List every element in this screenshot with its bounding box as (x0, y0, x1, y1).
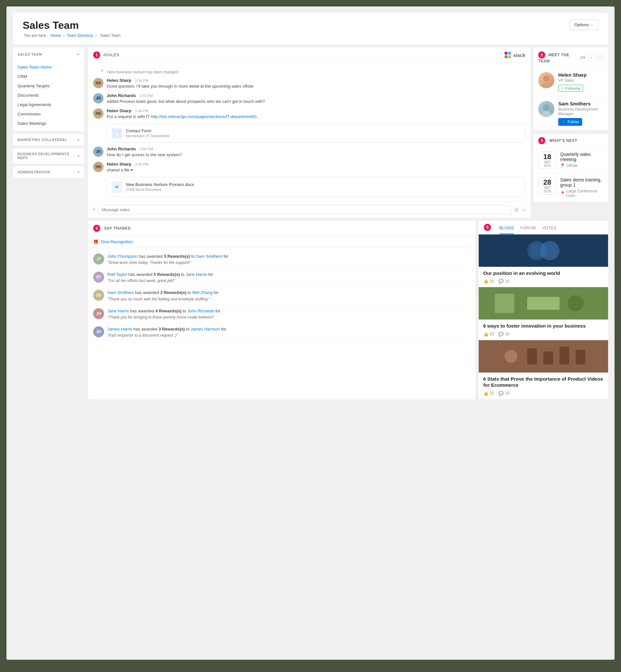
message-input[interactable] (98, 205, 511, 214)
blog-post-1: Our position in an evolving world 👍 32 💬… (479, 235, 608, 288)
quote-icon: ❝ (101, 69, 104, 74)
recog-from-3[interactable]: Sam Smithers (108, 290, 134, 295)
recognition-item-3: SS Sam Smithers has awarded 3 Rewards(s)… (93, 287, 470, 305)
blog-likes-2: 👍 32 (483, 332, 494, 337)
recog-rewards-5: 3 Rewards(s) (159, 327, 185, 332)
recog-to-4[interactable]: John Richards (187, 308, 214, 313)
event-name-2: Sales demo training, group 1 (560, 177, 604, 187)
event-day-1: 18 (540, 153, 554, 160)
meet-prev-button[interactable]: ‹ (587, 54, 594, 61)
thumbs-up-icon-2: 👍 (483, 332, 488, 337)
msg-time-5: 2:05 PM (135, 162, 148, 166)
msg-time-4: 2:04 PM (140, 147, 153, 151)
slack-logo: slack (505, 52, 525, 58)
recog-from-4[interactable]: Jane Harris (108, 308, 129, 313)
contact-form-card[interactable]: 📄 Contact Form Ink Intranet | IT Departm… (107, 124, 525, 142)
whats-next-widget: 3 WHAT'S NEXT 18 SEP 2018 Quarterly sale… (534, 134, 608, 202)
location-icon-2: 📍 (560, 191, 565, 196)
avatar-ralf: RT (93, 271, 104, 283)
recog-to-1[interactable]: Sam Smithers (196, 254, 222, 259)
main-layout: SALES TEAM − Sales Team Home CRM Quarter… (13, 47, 608, 400)
svg-point-3 (543, 104, 549, 111)
svg-rect-11 (527, 297, 560, 310)
bottom-row: 4 SAY THANKS 🎁 Give Recognition JT (88, 221, 608, 400)
recog-from-5[interactable]: James Harris (108, 327, 132, 332)
say-thanks-widget-number: 4 (93, 225, 100, 232)
breadcrumb-team-directory[interactable]: Team Directory (67, 33, 93, 38)
options-button[interactable]: Options ··· (570, 19, 598, 30)
sidebar-item-commission[interactable]: Commission (13, 109, 84, 119)
event-name-1: Quarterly sales meeting (560, 152, 604, 162)
sidebar-item-legal-agreements[interactable]: Legal Agreements (13, 100, 84, 109)
msg-time-1: 1:54 PM (135, 79, 148, 82)
member-name-helen: Helen Sharp (558, 72, 587, 78)
avatar-jane: JH (93, 308, 104, 319)
message-input-area: + @ ☺ (88, 202, 530, 218)
comment-icon-3: 💬 (498, 391, 504, 396)
recog-to-3[interactable]: Wei Zhang (192, 290, 212, 295)
at-icon[interactable]: @ (514, 207, 519, 212)
sidebar: SALES TEAM − Sales Team Home CRM Quarter… (13, 47, 84, 400)
blog-post-2: 6 ways to foster innovation in your busi… (479, 287, 608, 340)
sidebar-item-quarterly-targets[interactable]: Quarterly Targets (13, 81, 84, 90)
recog-from-1[interactable]: John Thompson (108, 254, 137, 259)
slack-widget: 1 #SALES slack (88, 47, 530, 218)
recog-rewards-3: 3 Rewards(s) (160, 290, 186, 295)
file-meta: 27KB Word Document (126, 187, 194, 192)
avatar-john-1: JR (93, 93, 104, 103)
blog-post-3: 6 Stats that Prove the Importance of Pro… (479, 340, 608, 400)
blogs-widget: 5 BLOGS FORUM VOTES (479, 221, 608, 400)
tab-forum[interactable]: FORUM (521, 221, 536, 234)
sidebar-section-header-marketing[interactable]: MARKETING COLLATERAL + (13, 134, 84, 145)
recognition-item-5: JH James Harris has awarded 3 Rewards(s)… (93, 323, 470, 341)
recog-to-2[interactable]: Jane Harris (185, 272, 207, 277)
tab-blogs[interactable]: BLOGS (499, 221, 514, 234)
meet-the-team-widget: 2 MEET THE TEAM 2/8 ‹ › (534, 47, 608, 131)
sidebar-section-header-admin[interactable]: ADMINISTRATION + (13, 166, 84, 178)
sidebar-item-sales-team-home[interactable]: Sales Team Home (13, 62, 84, 72)
check-icon: ✓ (561, 86, 564, 90)
sidebar-item-crm[interactable]: CRM (13, 72, 84, 81)
event-day-2: 28 (540, 179, 554, 186)
slack-channel: #SALES (103, 52, 119, 57)
svg-rect-10 (495, 294, 514, 313)
svg-point-4 (540, 111, 552, 117)
member-name-sam: Sam Smithers (558, 101, 604, 107)
emoji-icon[interactable]: ☺ (522, 207, 526, 212)
give-recognition-link[interactable]: 🎁 Give Recognition (93, 239, 133, 244)
breadcrumb-home[interactable]: Home (50, 33, 61, 38)
whats-next-title: WHAT'S NEXT (549, 138, 577, 143)
blog-image-1 (479, 235, 608, 267)
say-thanks-header: 4 SAY THANKS (88, 221, 475, 236)
msg-text-1: Good question. I'll take you through in … (107, 83, 525, 89)
breadcrumb-current: Sales Team (100, 33, 120, 38)
comment-icon-1: 💬 (498, 279, 504, 284)
sidebar-item-sales-meetings[interactable]: Sales Meetings (13, 119, 84, 128)
team-member-sam: Sam Smithers Business Development Manage… (534, 96, 608, 131)
sidebar-section-header-sales-team[interactable]: SALES TEAM − (13, 47, 84, 61)
msg-link-3[interactable]: http://ink.interactgo.com/pages/sections… (151, 114, 260, 119)
msg-text-5: shared a file ▾ (107, 167, 525, 173)
event-item-1: 18 SEP 2018 Quarterly sales meeting 📍 Of… (534, 148, 608, 173)
follow-button-sam[interactable]: 👤 Follow (558, 118, 582, 126)
meet-count: 2/8 (580, 55, 585, 60)
follow-icon: 👤 (562, 120, 566, 124)
sidebar-section-header-bizdev[interactable]: BUSINESS DEVELOPMENTS REPS + (13, 148, 84, 164)
msg-time-2: 1:55 PM (140, 94, 153, 98)
meet-next-button[interactable]: › (596, 54, 604, 61)
file-card[interactable]: W New Business Nurture Process.docx 27KB… (107, 177, 525, 197)
slack-message-1: HS Helen Sharp 1:54 PM Good question. I'… (93, 78, 525, 89)
add-attachment-button[interactable]: + (92, 207, 95, 212)
slack-message-5: HS Helen Sharp 2:05 PM shared a file ▾ (93, 162, 525, 173)
slack-widget-number: 1 (93, 51, 100, 58)
recog-to-5[interactable]: James Harrison (191, 327, 220, 332)
sidebar-nav-sales-team: Sales Team Home CRM Quarterly Targets Do… (13, 61, 84, 131)
slack-icon (505, 52, 511, 58)
recog-quote-3: "Thank you so much with the folding and … (108, 297, 219, 301)
event-date-1: 18 SEP 2018 (538, 152, 556, 169)
sidebar-item-documents[interactable]: Documents (13, 90, 84, 100)
recog-from-2[interactable]: Ralf Taylor (108, 272, 127, 277)
top-row: 1 #SALES slack (88, 47, 608, 218)
avatar-helen-3: HS (93, 162, 104, 172)
tab-votes[interactable]: VOTES (542, 221, 556, 234)
